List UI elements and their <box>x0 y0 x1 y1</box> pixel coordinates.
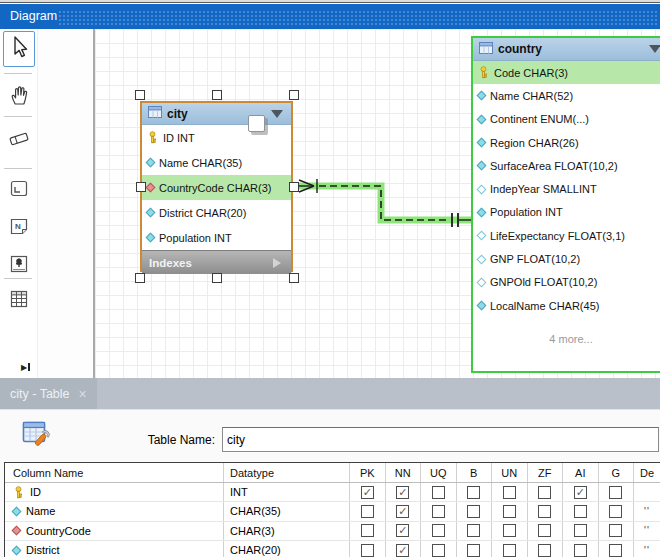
unchecked-checkbox[interactable] <box>432 486 445 499</box>
selection-handle[interactable] <box>212 273 222 283</box>
datatype-cell[interactable]: CHAR(35) <box>224 502 350 520</box>
city-column-row[interactable]: ID INT <box>142 125 291 150</box>
country-column-row[interactable]: GNP FLOAT(10,2) <box>473 247 660 270</box>
country-column-row[interactable]: Code CHAR(3) <box>473 61 660 84</box>
city-column-row[interactable]: CountryCode CHAR(3) <box>142 175 291 200</box>
unchecked-checkbox[interactable] <box>467 505 480 518</box>
unchecked-checkbox[interactable] <box>467 544 480 557</box>
unchecked-checkbox[interactable] <box>574 524 587 537</box>
toolbar-expand-button[interactable]: ▶ <box>21 361 37 373</box>
country-column-row[interactable]: Continent ENUM(...) <box>473 108 660 131</box>
unchecked-checkbox[interactable] <box>609 486 622 499</box>
country-table-header[interactable]: country <box>473 38 660 61</box>
city-column-row[interactable]: Population INT <box>142 225 291 250</box>
layer-tool-button[interactable] <box>3 176 35 206</box>
checked-checkbox[interactable]: ✓ <box>396 505 409 518</box>
unchecked-checkbox[interactable] <box>503 486 516 499</box>
column-name-cell[interactable]: CountryCode <box>5 522 224 540</box>
city-column-row[interactable]: Name CHAR(35) <box>142 150 291 175</box>
unchecked-checkbox[interactable] <box>361 524 374 537</box>
selection-handle[interactable] <box>212 90 222 100</box>
unchecked-checkbox[interactable] <box>432 505 445 518</box>
diagram-canvas[interactable]: country Code CHAR(3)Name CHAR(52)Contine… <box>38 29 660 378</box>
datatype-cell[interactable]: CHAR(20) <box>224 541 350 557</box>
table-editor-icon <box>19 419 51 455</box>
unchecked-checkbox[interactable] <box>609 544 622 557</box>
default-cell[interactable]: '' <box>634 502 660 520</box>
indexes-section[interactable]: Indexes <box>142 250 291 274</box>
country-more-columns[interactable]: 4 more... <box>473 333 660 345</box>
unchecked-checkbox[interactable] <box>609 524 622 537</box>
selection-handle[interactable] <box>289 90 299 100</box>
datatype-cell[interactable]: CHAR(3) <box>224 522 350 540</box>
checked-checkbox[interactable]: ✓ <box>396 544 409 557</box>
image-tool-button[interactable] <box>3 251 35 281</box>
selection-handle[interactable] <box>289 273 299 283</box>
column-name-text: CountryCode <box>26 525 91 537</box>
column-icon <box>477 91 487 101</box>
grid-header-de: De <box>634 463 660 482</box>
relationship-connector[interactable] <box>289 182 299 192</box>
city-column-row[interactable]: District CHAR(20) <box>142 200 291 225</box>
country-column-row[interactable]: Region CHAR(26) <box>473 131 660 154</box>
unchecked-checkbox[interactable] <box>432 544 445 557</box>
note-tool-button[interactable]: N <box>3 214 35 244</box>
checked-checkbox[interactable]: ✓ <box>396 524 409 537</box>
country-column-row[interactable]: GNPOld FLOAT(10,2) <box>473 271 660 294</box>
column-name-cell[interactable]: District <box>5 541 224 557</box>
country-column-row[interactable]: SurfaceArea FLOAT(10,2) <box>473 154 660 177</box>
collapse-arrow-icon[interactable] <box>271 110 283 118</box>
country-column-row[interactable]: IndepYear SMALLINT <box>473 177 660 200</box>
select-tool-button[interactable] <box>3 31 35 67</box>
checked-checkbox[interactable]: ✓ <box>396 486 409 499</box>
flag-cell-uq <box>421 502 457 520</box>
unchecked-checkbox[interactable] <box>432 524 445 537</box>
selection-handle[interactable] <box>135 273 145 283</box>
relationship-connector[interactable] <box>136 182 146 192</box>
selection-handle[interactable] <box>135 90 145 100</box>
country-column-row[interactable]: Name CHAR(52) <box>473 84 660 107</box>
city-table-figure[interactable]: city ID INTName CHAR(35)CountryCode CHAR… <box>140 101 293 272</box>
table-name-input[interactable] <box>222 427 659 452</box>
checked-checkbox[interactable]: ✓ <box>574 486 587 499</box>
unchecked-checkbox[interactable] <box>467 524 480 537</box>
unchecked-checkbox[interactable] <box>609 505 622 518</box>
diagram-tab-label[interactable]: Diagram <box>10 9 57 23</box>
pan-tool-button[interactable] <box>3 82 35 112</box>
column-name-cell[interactable]: ID <box>5 483 224 501</box>
grid-row-id[interactable]: IDINT✓✓✓ <box>5 483 660 502</box>
grid-row-district[interactable]: DistrictCHAR(20)✓'' <box>5 541 660 557</box>
default-cell[interactable]: '' <box>634 522 660 540</box>
table-tool-button[interactable] <box>3 286 35 316</box>
default-cell[interactable]: '' <box>634 541 660 557</box>
unchecked-checkbox[interactable] <box>538 505 551 518</box>
datatype-cell[interactable]: INT <box>224 483 350 501</box>
eraser-tool-button[interactable] <box>3 126 35 156</box>
checked-checkbox[interactable]: ✓ <box>361 486 374 499</box>
country-column-row[interactable]: LifeExpectancy FLOAT(3,1) <box>473 224 660 247</box>
unchecked-checkbox[interactable] <box>538 524 551 537</box>
unchecked-checkbox[interactable] <box>503 505 516 518</box>
unchecked-checkbox[interactable] <box>361 544 374 557</box>
unchecked-checkbox[interactable] <box>467 486 480 499</box>
city-table-header[interactable]: city <box>142 103 291 125</box>
tab-close-icon[interactable]: × <box>79 387 87 401</box>
unchecked-checkbox[interactable] <box>361 505 374 518</box>
grid-header-b: B <box>457 463 493 482</box>
default-cell[interactable] <box>634 483 660 501</box>
collapse-arrow-icon[interactable] <box>649 45 660 53</box>
unchecked-checkbox[interactable] <box>538 486 551 499</box>
tab-city-table[interactable]: city - Table × <box>0 378 97 409</box>
country-column-row[interactable]: Population INT <box>473 201 660 224</box>
grid-row-name[interactable]: NameCHAR(35)✓'' <box>5 502 660 521</box>
unchecked-checkbox[interactable] <box>503 544 516 557</box>
unchecked-checkbox[interactable] <box>503 524 516 537</box>
column-icon <box>477 301 487 311</box>
country-table-figure[interactable]: country Code CHAR(3)Name CHAR(52)Contine… <box>471 36 660 373</box>
country-column-row[interactable]: LocalName CHAR(45) <box>473 294 660 317</box>
unchecked-checkbox[interactable] <box>574 505 587 518</box>
column-name-cell[interactable]: Name <box>5 502 224 520</box>
grid-row-countrycode[interactable]: CountryCodeCHAR(3)✓'' <box>5 522 660 541</box>
unchecked-checkbox[interactable] <box>574 544 587 557</box>
unchecked-checkbox[interactable] <box>538 544 551 557</box>
